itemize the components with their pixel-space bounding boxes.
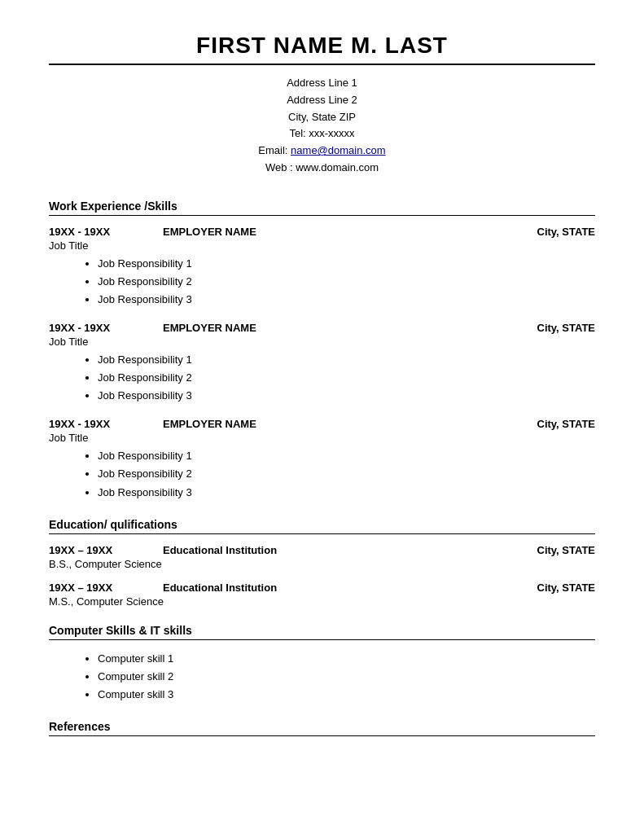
list-item: Computer skill 2 [98,668,595,686]
job-header-row-1: 19XX - 19XX EMPLOYER NAME City, STATE [49,226,595,238]
computer-skills-heading: Computer Skills & IT skills [49,624,595,640]
resume-page: FIRST NAME M. LAST Address Line 1 Addres… [0,0,644,834]
email-label: Email: [258,144,291,156]
web: Web : www.domain.com [49,160,595,177]
education-section: Education/ qulifications 19XX – 19XX Edu… [49,518,595,608]
edu-city-2: City, STATE [537,582,596,594]
job-dates-3: 19XX - 19XX [49,418,138,430]
skills-list: Computer skill 1 Computer skill 2 Comput… [98,650,595,704]
contact-info: Address Line 1 Address Line 2 City, Stat… [49,75,595,177]
city-state-zip: City, State ZIP [49,109,595,126]
email-line: Email: name@domain.com [49,143,595,160]
address-line2: Address Line 2 [49,92,595,109]
job-employer-2: EMPLOYER NAME [138,322,537,334]
resume-name: FIRST NAME M. LAST [49,33,595,65]
tel: Tel: xxx-xxxxx [49,125,595,143]
job-title-2: Job Title [49,336,595,348]
education-heading: Education/ qulifications [49,518,595,534]
computer-skills-section: Computer Skills & IT skills Computer ski… [49,624,595,704]
references-section: References [49,720,595,736]
list-item: Job Responsibility 3 [98,291,595,309]
edu-degree-1: B.S., Computer Science [49,558,595,570]
list-item: Job Responsibility 2 [98,273,595,291]
email-link[interactable]: name@domain.com [291,144,386,156]
job-responsibilities-3: Job Responsibility 1 Job Responsibility … [98,447,595,501]
job-entry-2: 19XX - 19XX EMPLOYER NAME City, STATE Jo… [49,322,595,405]
job-dates-2: 19XX - 19XX [49,322,138,334]
job-entry-1: 19XX - 19XX EMPLOYER NAME City, STATE Jo… [49,226,595,309]
references-heading: References [49,720,595,736]
edu-dates-2: 19XX – 19XX [49,582,138,594]
job-city-3: City, STATE [537,418,596,430]
edu-entry-1: 19XX – 19XX Educational Institution City… [49,544,595,570]
edu-city-1: City, STATE [537,544,596,556]
list-item: Computer skill 1 [98,650,595,668]
address-line1: Address Line 1 [49,75,595,92]
work-experience-heading: Work Experience /Skills [49,200,595,216]
list-item: Job Responsibility 2 [98,465,595,483]
job-city-1: City, STATE [537,226,596,238]
list-item: Job Responsibility 1 [98,447,595,465]
list-item: Computer skill 3 [98,686,595,704]
edu-institution-2: Educational Institution [138,582,537,594]
edu-institution-1: Educational Institution [138,544,537,556]
job-dates-1: 19XX - 19XX [49,226,138,238]
job-title-1: Job Title [49,239,595,252]
work-experience-section: Work Experience /Skills 19XX - 19XX EMPL… [49,200,595,502]
job-employer-3: EMPLOYER NAME [138,418,537,430]
job-entry-3: 19XX - 19XX EMPLOYER NAME City, STATE Jo… [49,418,595,501]
edu-entry-2: 19XX – 19XX Educational Institution City… [49,582,595,608]
edu-dates-1: 19XX – 19XX [49,544,138,556]
job-employer-1: EMPLOYER NAME [138,226,537,238]
list-item: Job Responsibility 3 [98,484,595,502]
job-city-2: City, STATE [537,322,596,334]
edu-header-row-2: 19XX – 19XX Educational Institution City… [49,582,595,594]
job-responsibilities-1: Job Responsibility 1 Job Responsibility … [98,255,595,309]
list-item: Job Responsibility 1 [98,255,595,273]
edu-header-row-1: 19XX – 19XX Educational Institution City… [49,544,595,556]
list-item: Job Responsibility 2 [98,369,595,387]
job-title-3: Job Title [49,432,595,444]
job-header-row-2: 19XX - 19XX EMPLOYER NAME City, STATE [49,322,595,334]
edu-degree-2: M.S., Computer Science [49,595,595,608]
job-header-row-3: 19XX - 19XX EMPLOYER NAME City, STATE [49,418,595,430]
list-item: Job Responsibility 3 [98,387,595,405]
job-responsibilities-2: Job Responsibility 1 Job Responsibility … [98,351,595,405]
list-item: Job Responsibility 1 [98,351,595,369]
